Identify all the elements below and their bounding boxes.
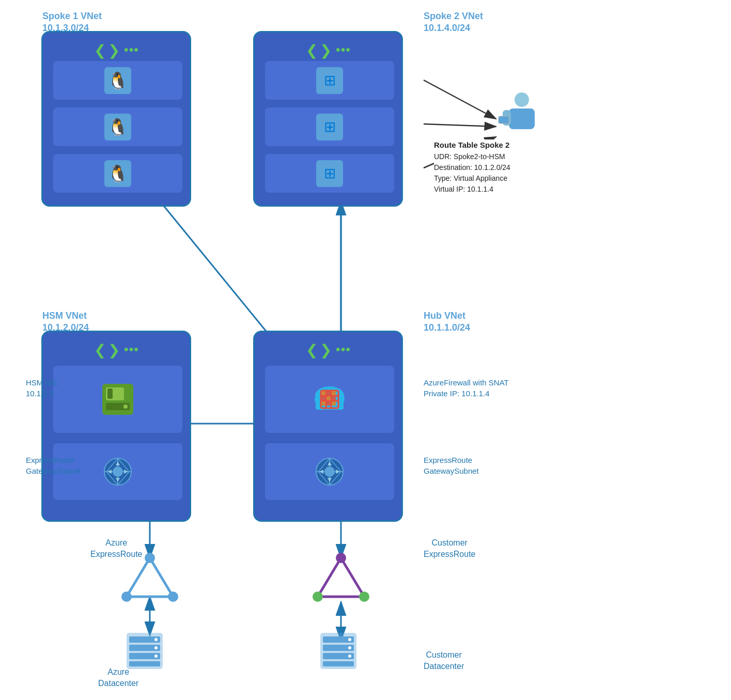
azure-dc-label: AzureDatacenter: [98, 666, 138, 690]
svg-point-71: [145, 553, 155, 563]
hub-gateway-svg: [314, 456, 345, 487]
spoke1-subnet-text: 10.1.3.0/24: [42, 23, 89, 33]
customer-dc-label: CustomerDatacenter: [424, 649, 464, 673]
spoke1-vm1: 🐧: [53, 61, 182, 100]
spoke2-vnet-box: ❮❯ ●●● ⊞ ⊞ ⊞: [253, 31, 403, 207]
hub-fw-ip-text: Private IP: 10.1.1.4: [424, 389, 490, 398]
hsm-nic-ip: 10.1.2.5: [26, 389, 54, 398]
spoke1-vm3: 🐧: [53, 154, 182, 193]
svg-rect-56: [326, 401, 331, 406]
svg-rect-49: [321, 391, 325, 395]
hub-fw-label-text: AzureFirewall with SNAT: [424, 378, 509, 387]
azure-dc-svg: [119, 630, 170, 672]
hub-gateway-label: ExpressRouteGatewaySubnet: [424, 455, 479, 476]
hsm-nic-name: HSM NIC: [26, 378, 58, 387]
customer-er-label: CustomerExpressRoute: [424, 537, 476, 561]
hub-subnet-header: ❮❯ ●●●: [255, 337, 401, 359]
svg-rect-55: [321, 401, 325, 406]
spoke2-subnet-text: 10.1.4.0/24: [424, 23, 470, 33]
hub-vnet-label: Hub VNet 10.1.1.0/24: [424, 310, 470, 334]
svg-point-27: [123, 405, 128, 409]
svg-line-17: [424, 124, 496, 127]
hsm-device-icon: [53, 366, 182, 433]
customer-datacenter-icon: [313, 630, 364, 674]
svg-rect-52: [321, 396, 325, 400]
svg-point-93: [348, 655, 351, 658]
svg-point-83: [154, 638, 158, 641]
svg-rect-82: [129, 661, 160, 666]
spoke2-vm3: ⊞: [265, 154, 394, 193]
azure-expressroute-icon: [119, 553, 181, 606]
svg-point-72: [121, 592, 132, 602]
svg-marker-70: [127, 558, 173, 597]
svg-point-75: [336, 553, 346, 563]
hsm-icon-svg: [100, 381, 136, 417]
spoke1-subnet-header: ❮❯ ●●●: [43, 38, 190, 59]
hsm-subnet-text: 10.1.2.0/24: [42, 322, 89, 333]
svg-point-91: [348, 638, 351, 641]
route-table-title: Route Table Spoke 2: [434, 139, 510, 151]
firewall-svg: [312, 381, 348, 417]
hsm-gateway-label: ExpressRouteGatewaySubnet: [26, 455, 81, 476]
svg-rect-57: [332, 401, 336, 406]
spoke2-vm1: ⊞: [265, 61, 394, 100]
person-svg: [493, 90, 535, 137]
svg-point-73: [168, 592, 178, 602]
hsm-vnet-label: HSM VNet 10.1.2.0/24: [42, 310, 89, 334]
customer-text: Customer: [426, 650, 461, 659]
hub-label-text: Hub VNet: [424, 310, 465, 321]
hub-firewall-label: AzureFirewall with SNAT Private IP: 10.1…: [424, 377, 509, 399]
spoke2-subnet-header: ❮❯ ●●●: [255, 38, 401, 59]
svg-marker-74: [318, 558, 364, 597]
svg-point-76: [313, 592, 323, 602]
azure-er-svg: [119, 553, 181, 604]
route-table-annotation: Route Table Spoke 2 UDR: Spoke2-to-HSM D…: [434, 139, 510, 195]
spoke2-label-text: Spoke 2 VNet: [424, 11, 483, 21]
spoke2-label: Spoke 2 VNet 10.1.4.0/24: [424, 10, 483, 35]
hsm-nic-label: HSM NIC 10.1.2.5: [26, 377, 58, 399]
route-table-udr: UDR: Spoke2-to-HSM: [434, 151, 510, 162]
svg-rect-51: [332, 391, 336, 395]
svg-point-84: [154, 646, 158, 649]
svg-point-85: [154, 655, 158, 658]
hsm-label-text: HSM VNet: [42, 310, 87, 321]
svg-rect-90: [323, 661, 354, 666]
svg-rect-54: [332, 396, 336, 400]
svg-line-16: [424, 80, 496, 119]
hub-gateway-icon: [265, 443, 394, 500]
hub-firewall-icon: [265, 366, 394, 433]
hub-subnet-text: 10.1.1.0/24: [424, 322, 470, 333]
svg-rect-25: [107, 388, 113, 399]
customer-er-svg: [310, 553, 372, 604]
svg-rect-50: [326, 391, 331, 395]
route-table-vip: Virtual IP: 10.1.1.4: [434, 184, 510, 195]
customer-person-icon: [488, 90, 540, 137]
hsm-subnet-header: ❮❯ ●●●: [43, 337, 190, 359]
spoke1-vm2: 🐧: [53, 107, 182, 146]
spoke1-label-text: Spoke 1 VNet: [42, 11, 102, 21]
diagram-container: ❮❯ ●●● 🐧 🐧 🐧 Spoke 1 VNet 10.1.3.0/24 ❮❯…: [0, 0, 731, 700]
svg-point-92: [348, 646, 351, 649]
svg-rect-53: [326, 396, 331, 400]
hsm-vnet-box: ❮❯ ●●●: [41, 331, 191, 522]
customer-dc-svg: [313, 630, 364, 672]
route-table-type: Type: Virtual Appliance: [434, 173, 510, 184]
spoke1-vnet-box: ❮❯ ●●● 🐧 🐧 🐧: [41, 31, 191, 207]
customer-expressroute-icon: [310, 553, 372, 606]
svg-rect-22: [499, 116, 509, 123]
svg-point-19: [515, 92, 529, 107]
svg-point-77: [359, 592, 369, 602]
svg-rect-20: [509, 108, 535, 129]
spoke2-vm2: ⊞: [265, 107, 394, 146]
hub-vnet-box: ❮❯ ●●●: [253, 331, 403, 522]
spoke1-label: Spoke 1 VNet 10.1.3.0/24: [42, 10, 102, 35]
hsm-gateway-svg: [102, 456, 133, 487]
route-table-dest: Destination: 10.1.2.0/24: [434, 162, 510, 173]
azure-er-label: AzureExpressRoute: [90, 537, 143, 561]
